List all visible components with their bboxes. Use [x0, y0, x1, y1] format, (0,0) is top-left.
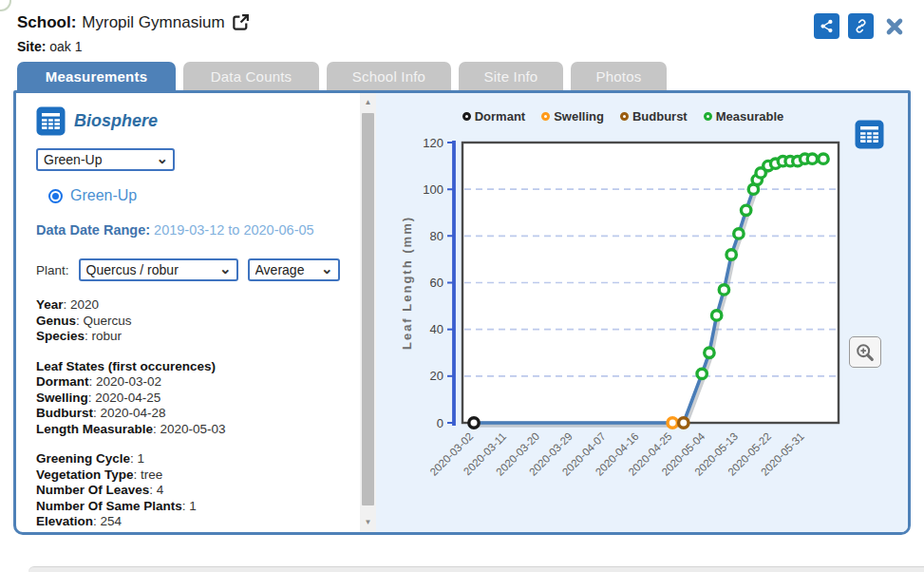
- tab-measurements[interactable]: Measurements: [17, 62, 176, 90]
- leaf-state-row: Dormant: 2020-03-02: [36, 374, 350, 391]
- chart-area: DormantSwellingBudburstMeasurable 020406…: [376, 93, 908, 532]
- property-row-clipped: Elevation: 254: [36, 514, 350, 530]
- legend-marker-icon: [620, 112, 629, 121]
- close-icon: [884, 16, 905, 37]
- legend-marker-icon: [704, 112, 712, 121]
- detail-row: Species: robur: [36, 329, 350, 345]
- property-row: Greening Cycle: 1: [36, 451, 350, 467]
- tab-site-info[interactable]: Site Info: [459, 62, 563, 90]
- chart-svg: 020406080100120Leaf Length (mm)2020-03-0…: [376, 93, 911, 532]
- chart-legend: DormantSwellingBudburstMeasurable: [376, 109, 870, 124]
- svg-text:100: 100: [423, 182, 443, 197]
- tab-photos[interactable]: Photos: [571, 62, 667, 90]
- site-title-line: Site: oak 1: [17, 39, 907, 54]
- svg-text:80: 80: [430, 229, 443, 243]
- leaf-state-row: Length Measurable: 2020-05-03: [36, 422, 350, 438]
- chart-zoom-button[interactable]: [849, 336, 881, 368]
- svg-text:40: 40: [430, 322, 443, 336]
- biosphere-title: Biosphere: [74, 111, 158, 131]
- greenup-radio-row[interactable]: Green-Up: [48, 187, 350, 204]
- biosphere-table-icon: [36, 106, 66, 136]
- stat-select-wrap: Average: [248, 258, 340, 281]
- page-header: School: Myropil Gymnasium Site: oak 1: [0, 0, 924, 54]
- table-icon: [855, 120, 884, 149]
- data-date-range-value: 2019-03-12 to 2020-06-05: [154, 222, 314, 238]
- show-data-table-button[interactable]: [855, 120, 884, 152]
- scrollbar-thumb[interactable]: [362, 113, 374, 505]
- svg-text:20: 20: [430, 369, 443, 383]
- school-title-line: School: Myropil Gymnasium: [17, 12, 907, 32]
- scroll-down-icon[interactable]: ▼: [360, 515, 376, 530]
- leaf-state-row: Swelling: 2020-04-25: [36, 391, 350, 407]
- share-icon: [819, 18, 835, 34]
- header-actions: [814, 13, 907, 39]
- next-section-edge: [28, 566, 924, 572]
- svg-text:60: 60: [430, 276, 443, 290]
- legend-item: Budburst: [620, 109, 688, 124]
- greenup-radio-label: Green-Up: [70, 187, 137, 204]
- legend-item: Measurable: [704, 109, 784, 124]
- property-row: Number Of Same Plants: 1: [36, 499, 350, 515]
- share-button[interactable]: [814, 13, 839, 39]
- plant-select[interactable]: Quercus / robur: [79, 258, 238, 281]
- property-row: Number Of Leaves: 4: [36, 483, 350, 499]
- svg-text:Leaf Length (mm): Leaf Length (mm): [400, 216, 414, 350]
- leaf-state-row: Budburst: 2020-04-28: [36, 406, 350, 422]
- legend-item: Swelling: [541, 109, 604, 124]
- site-label: Site:: [17, 39, 46, 54]
- link-button[interactable]: [848, 13, 874, 39]
- plant-label: Plant:: [36, 263, 69, 277]
- leaf-states-heading: Leaf States (first occurences): [36, 359, 350, 375]
- school-name: Myropil Gymnasium: [82, 13, 224, 32]
- data-date-range: Data Date Range: 2019-03-12 to 2020-06-0…: [36, 222, 350, 238]
- measurements-panel: Biosphere Green-Up Green-Up Data Date Ra…: [13, 90, 911, 535]
- legend-item: Dormant: [462, 109, 525, 124]
- dataset-select[interactable]: Green-Up: [36, 148, 175, 171]
- greenup-radio[interactable]: [48, 189, 63, 203]
- link-icon: [853, 18, 869, 34]
- close-button[interactable]: [882, 14, 907, 39]
- stat-select[interactable]: Average: [248, 258, 340, 281]
- site-name: oak 1: [49, 39, 82, 54]
- tab-school-info[interactable]: School Info: [327, 62, 451, 90]
- property-row: Vegetation Type: tree: [36, 467, 350, 484]
- detail-row: Year: 2020: [36, 297, 350, 314]
- scroll-up-icon[interactable]: ▲: [360, 95, 376, 110]
- legend-marker-icon: [541, 112, 550, 121]
- plant-details: Year: 2020 Genus: Quercus Species: robur…: [36, 297, 350, 530]
- school-label: School:: [17, 13, 76, 32]
- tab-bar: Measurements Data Counts School Info Sit…: [17, 62, 924, 90]
- external-link-icon[interactable]: [231, 12, 251, 32]
- svg-text:0: 0: [437, 416, 443, 430]
- tab-data-counts[interactable]: Data Counts: [183, 62, 319, 90]
- dataset-select-wrap: Green-Up: [36, 148, 175, 171]
- sidebar-scrollbar[interactable]: ▲ ▼: [360, 93, 376, 532]
- zoom-in-icon: [855, 342, 876, 363]
- svg-text:120: 120: [423, 136, 443, 150]
- data-date-range-label: Data Date Range:: [36, 222, 150, 238]
- detail-row: Genus: Quercus: [36, 314, 350, 330]
- sidebar: Biosphere Green-Up Green-Up Data Date Ra…: [16, 93, 360, 532]
- plant-select-wrap: Quercus / robur: [79, 258, 238, 281]
- legend-marker-icon: [462, 112, 471, 121]
